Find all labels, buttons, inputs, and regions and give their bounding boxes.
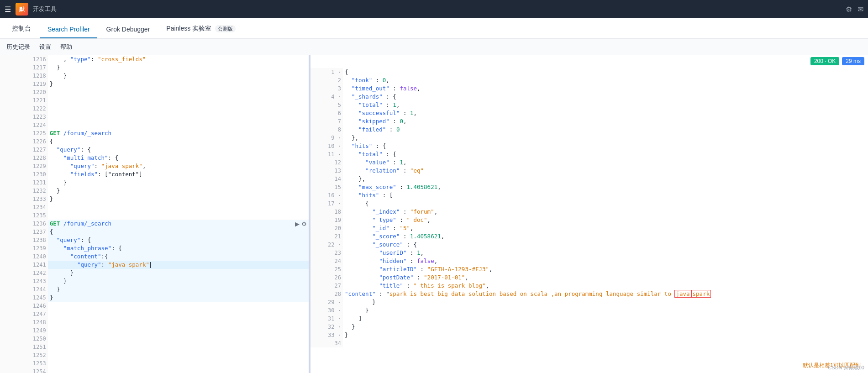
line-content: } [48,72,309,80]
line-number: 11 · [310,150,343,158]
line-number: 1219 [0,80,48,88]
line-content: } [48,63,309,72]
line-number: 34 [310,339,343,347]
line-content [48,351,309,359]
line-content: } [48,269,309,277]
line-content [48,105,309,113]
line-number: 1232 [0,187,48,195]
line-number: 1248 [0,318,48,326]
line-content: "skipped" : 0, [343,117,868,126]
line-content [48,359,309,368]
top-bar-icons: ⚙ ✉ [846,5,863,14]
line-number: 20 [310,224,343,232]
tab-painless[interactable]: Painless 实验室 公测版 [159,20,243,38]
line-content: "_source" : { [343,241,868,249]
line-content: "max_score" : 1.4058621, [343,183,868,191]
line-content: "hits" : [ [343,191,868,200]
history-button[interactable]: 历史记录 [5,41,31,53]
line-content [48,121,309,129]
line-number: 12 [310,158,343,167]
status-ok-badge: 200 · OK [810,57,839,65]
line-content: "relation" : "eq" [343,167,868,175]
line-content: "took" : 0, [343,76,868,84]
line-content: "total" : 1, [343,101,868,109]
left-editor-panel: 1216 , "type": "cross_fields"1217 }1218 … [0,55,310,373]
line-number: 1218 [0,72,48,80]
settings-button[interactable]: 设置 [38,41,52,53]
line-content: { [48,137,309,146]
tab-grok-debugger[interactable]: Grok Debugger [99,21,158,38]
line-content: } [343,323,868,331]
line-number: 21 [310,232,343,241]
line-number: 25 [310,265,343,273]
line-number: 1238 [0,236,48,244]
line-number: 26 [310,273,343,282]
line-number: 1239 [0,244,48,252]
line-number: 1242 [0,269,48,277]
right-response-panel: 200 · OK 29 ms 1 ·{2 "took" : 0,3 "timed… [310,55,868,373]
nav-tabs: 控制台 Search Profiler Grok Debugger Painle… [0,18,868,39]
line-content: } [48,179,309,187]
line-number: 5 [310,101,343,109]
line-number: 1222 [0,105,48,113]
line-content: GET /forum/_search ▶ ⚙ [48,220,309,228]
line-content: "userID" : 1, [343,249,868,257]
line-content: "query": "java spark" [48,261,309,269]
top-bar: ☰ 默 开发工具 ⚙ ✉ [0,0,868,18]
line-number: 1250 [0,335,48,343]
line-content: } [48,294,309,302]
line-content: "_type" : "_doc", [343,216,868,224]
settings-icon[interactable]: ⚙ [846,5,852,14]
line-content: "value" : 1, [343,158,868,167]
line-number: 1229 [0,162,48,170]
line-number: 29 · [310,298,343,306]
menu-icon[interactable]: ☰ [5,5,11,14]
line-number: 1224 [0,121,48,129]
line-content [48,310,309,318]
line-number: 1241 [0,261,48,269]
copy-query-button[interactable]: ⚙ [301,221,307,227]
response-code-area[interactable]: 1 ·{2 "took" : 0,3 "timed_out" : false,4… [310,55,868,373]
line-number: 7 [310,117,343,126]
line-content: } [48,187,309,195]
line-number: 1225 [0,129,48,137]
line-number: 1254 [0,368,48,373]
line-number: 10 · [310,142,343,150]
line-content: } [343,306,868,315]
run-query-button[interactable]: ▶ [295,221,300,227]
line-content [48,96,309,105]
line-number: 1227 [0,146,48,154]
line-number: 31 · [310,315,343,323]
line-number: 2 [310,76,343,84]
line-number: 1221 [0,96,48,105]
line-number: 1 · [310,68,343,76]
line-content: "failed" : 0 [343,126,868,134]
line-number: 1240 [0,252,48,261]
line-number: 1237 [0,228,48,236]
line-number: 6 [310,109,343,117]
editor-code-area[interactable]: 1216 , "type": "cross_fields"1217 }1218 … [0,55,309,373]
line-number: 1245 [0,294,48,302]
line-number: 15 [310,183,343,191]
tab-console[interactable]: 控制台 [5,20,38,38]
line-number: 9 · [310,134,343,142]
line-content: "total" : { [343,150,868,158]
tab-search-profiler[interactable]: Search Profiler [40,21,97,38]
status-time-badge: 29 ms [842,57,864,65]
line-content: } [48,80,309,88]
mail-icon[interactable]: ✉ [857,5,863,14]
line-content: } [48,195,309,203]
line-number: 23 [310,249,343,257]
app-title: 开发工具 [33,5,57,13]
line-content: , "type": "cross_fields" [48,55,309,63]
line-content: "_id" : "5", [343,224,868,232]
line-content [48,318,309,326]
help-button[interactable]: 帮助 [59,41,73,53]
line-number: 1249 [0,326,48,335]
line-content: "query": { [48,236,309,244]
line-content: "_shards" : { [343,93,868,101]
line-number: 3 [310,84,343,93]
line-content: "successful" : 1, [343,109,868,117]
line-number: 1236 [0,220,48,228]
line-number: 33 · [310,331,343,339]
